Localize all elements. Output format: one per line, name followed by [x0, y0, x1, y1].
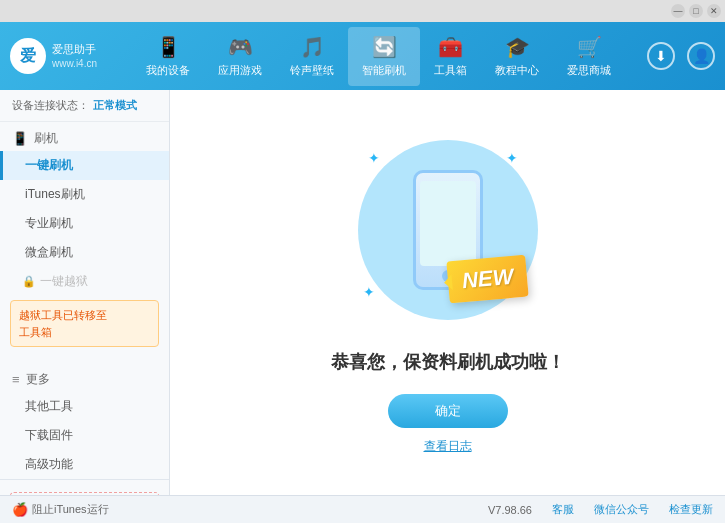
checkbox-border: 自动激活 跳过向导 [10, 492, 159, 495]
sidebar-item-jailbreak-disabled: 🔒 一键越狱 [0, 267, 169, 296]
sidebar-item-one-click-flash[interactable]: 一键刷机 [0, 151, 169, 180]
nav-label-ringtone: 铃声壁纸 [290, 63, 334, 78]
history-link[interactable]: 查看日志 [424, 438, 472, 455]
customer-service-link[interactable]: 客服 [552, 502, 574, 517]
sidebar-bottom: 自动激活 跳过向导 📱 iPhone 12 mini 64GB Down-12m… [0, 479, 169, 495]
main-area: 设备连接状态： 正常模式 📱 刷机 一键刷机 iTunes刷机 专业刷机 微盒刷… [0, 90, 725, 495]
phone-illustration: ✦ ✦ ✦ NEW [348, 130, 548, 330]
sidebar-item-pro-flash[interactable]: 专业刷机 [0, 209, 169, 238]
nav-item-app-games[interactable]: 🎮 应用游戏 [204, 27, 276, 86]
footer: 🍎 阻止iTunes运行 V7.98.66 客服 微信公众号 检查更新 [0, 495, 725, 523]
jailbreak-notice: 越狱工具已转移至 工具箱 [10, 300, 159, 347]
logo-url: www.i4.cn [52, 57, 97, 70]
nav-icon-my-device: 📱 [156, 35, 181, 59]
check-update-link[interactable]: 检查更新 [669, 502, 713, 517]
sidebar-item-download-firmware[interactable]: 下载固件 [0, 421, 169, 450]
wechat-official-link[interactable]: 微信公众号 [594, 502, 649, 517]
nav-items: 📱 我的设备 🎮 应用游戏 🎵 铃声壁纸 🔄 智能刷机 🧰 工具箱 🎓 教程中心… [120, 27, 637, 86]
nav-icon-store: 🛒 [577, 35, 602, 59]
flash-section-icon: 📱 [12, 131, 28, 146]
download-button[interactable]: ⬇ [647, 42, 675, 70]
footer-left: 🍎 阻止iTunes运行 [12, 502, 472, 517]
nav-label-toolbox: 工具箱 [434, 63, 467, 78]
header: 爱 爱思助手 www.i4.cn 📱 我的设备 🎮 应用游戏 🎵 铃声壁纸 🔄 … [0, 22, 725, 90]
nav-icon-app-games: 🎮 [228, 35, 253, 59]
sidebar-item-advanced[interactable]: 高级功能 [0, 450, 169, 479]
nav-item-my-device[interactable]: 📱 我的设备 [132, 27, 204, 86]
nav-label-store: 爱思商城 [567, 63, 611, 78]
sidebar-item-save-flash[interactable]: 微盒刷机 [0, 238, 169, 267]
logo-char: 爱 [20, 46, 36, 67]
nav-label-my-device: 我的设备 [146, 63, 190, 78]
nav-right: ⬇ 👤 [647, 42, 715, 70]
nav-label-smart-flash: 智能刷机 [362, 63, 406, 78]
success-message: 恭喜您，保资料刷机成功啦！ [331, 350, 565, 374]
sparkle-icon-1: ✦ [368, 150, 380, 166]
nav-item-toolbox[interactable]: 🧰 工具箱 [420, 27, 481, 86]
close-button[interactable]: ✕ [707, 4, 721, 18]
sidebar-item-other-tools[interactable]: 其他工具 [0, 392, 169, 421]
title-bar: — □ ✕ [0, 0, 725, 22]
logo: 爱 爱思助手 www.i4.cn [10, 38, 100, 74]
nav-icon-ringtone: 🎵 [300, 35, 325, 59]
nav-icon-tutorial: 🎓 [505, 35, 530, 59]
nav-icon-smart-flash: 🔄 [372, 35, 397, 59]
content-area: ✦ ✦ ✦ NEW 恭喜您，保资料刷机成功啦！ 确定 查看日志 [170, 90, 725, 495]
nav-icon-toolbox: 🧰 [438, 35, 463, 59]
minimize-button[interactable]: — [671, 4, 685, 18]
user-button[interactable]: 👤 [687, 42, 715, 70]
flash-section-label: 刷机 [34, 130, 58, 147]
new-badge-text: NEW [446, 255, 529, 304]
more-section-header: ≡ 更多 [0, 363, 169, 392]
nav-item-ringtone[interactable]: 🎵 铃声壁纸 [276, 27, 348, 86]
itunes-status: 阻止iTunes运行 [32, 502, 109, 517]
sidebar: 设备连接状态： 正常模式 📱 刷机 一键刷机 iTunes刷机 专业刷机 微盒刷… [0, 90, 170, 495]
status-value: 正常模式 [93, 98, 137, 113]
maximize-button[interactable]: □ [689, 4, 703, 18]
nav-item-tutorial[interactable]: 🎓 教程中心 [481, 27, 553, 86]
new-badge: NEW [448, 258, 527, 300]
footer-right: V7.98.66 客服 微信公众号 检查更新 [488, 502, 713, 517]
phone-screen-graphic [420, 181, 476, 266]
itunes-icon: 🍎 [12, 502, 28, 517]
nav-item-smart-flash[interactable]: 🔄 智能刷机 [348, 27, 420, 86]
nav-label-app-games: 应用游戏 [218, 63, 262, 78]
logo-text: 爱思助手 www.i4.cn [52, 42, 97, 69]
sparkle-icon-2: ✦ [506, 150, 518, 166]
sidebar-item-itunes-flash[interactable]: iTunes刷机 [0, 180, 169, 209]
confirm-button[interactable]: 确定 [388, 394, 508, 428]
logo-icon: 爱 [10, 38, 46, 74]
connection-status: 设备连接状态： 正常模式 [0, 90, 169, 122]
nav-item-store[interactable]: 🛒 爱思商城 [553, 27, 625, 86]
logo-name: 爱思助手 [52, 42, 97, 56]
version-label: V7.98.66 [488, 504, 532, 516]
checkbox-row: 自动激活 跳过向导 [10, 488, 159, 495]
lock-icon: 🔒 [22, 275, 36, 288]
nav-label-tutorial: 教程中心 [495, 63, 539, 78]
more-section-icon: ≡ [12, 372, 20, 387]
status-label: 设备连接状态： [12, 98, 89, 113]
more-section-label: 更多 [26, 371, 50, 388]
sparkle-icon-3: ✦ [363, 284, 375, 300]
flash-section-header: 📱 刷机 [0, 122, 169, 151]
